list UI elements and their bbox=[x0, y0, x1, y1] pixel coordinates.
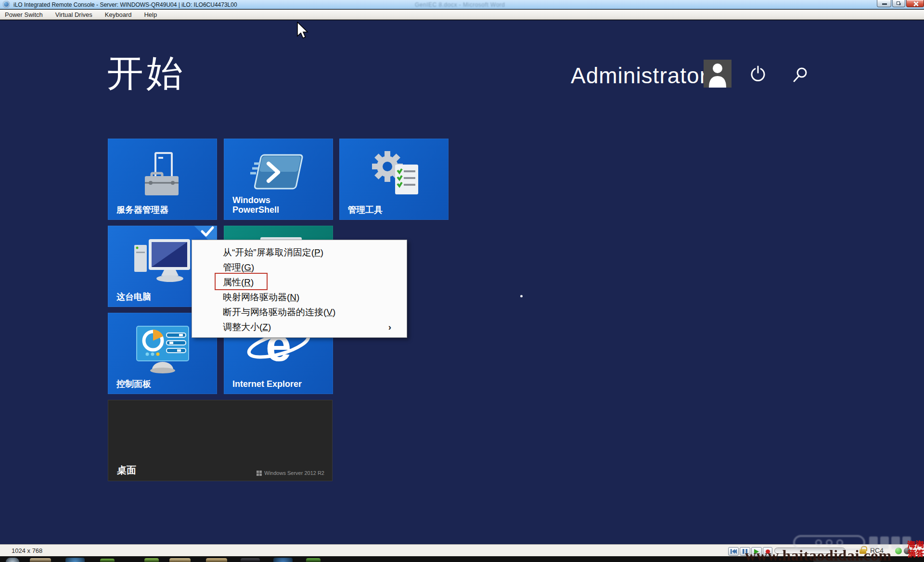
close-button[interactable] bbox=[906, 0, 924, 7]
restore-button[interactable] bbox=[892, 0, 905, 7]
control-panel-icon bbox=[131, 323, 194, 377]
cursor-artifact-dot bbox=[520, 295, 523, 297]
power-button[interactable] bbox=[750, 65, 766, 82]
tile-label: 桌面 bbox=[117, 465, 136, 476]
tile-label: Windows PowerShell bbox=[232, 195, 309, 215]
menu-keyboard[interactable]: Keyboard bbox=[105, 11, 132, 18]
menu-item-resize[interactable]: 调整大小(Z) › bbox=[192, 319, 407, 334]
taskbar-icon-sliver bbox=[169, 558, 191, 562]
tile-windows-powershell[interactable]: Windows PowerShell bbox=[224, 139, 333, 220]
this-pc-icon bbox=[130, 238, 195, 284]
admin-tools-icon bbox=[365, 150, 423, 198]
menu-item-disconnect-network-drive[interactable]: 断开与网络驱动器的连接(V) bbox=[192, 305, 407, 319]
menu-item-unpin-from-start[interactable]: 从“开始”屏幕取消固定(P) bbox=[192, 245, 407, 260]
os-watermark: Windows Server 2012 R2 bbox=[257, 470, 324, 476]
remote-console-window: iLO Integrated Remote Console - Server: … bbox=[0, 0, 924, 562]
menu-virtual-drives[interactable]: Virtual Drives bbox=[55, 11, 92, 18]
taskbar-icon-sliver bbox=[65, 558, 85, 562]
tile-context-menu: 从“开始”屏幕取消固定(P) 管理(G) 属性(R) 映射网络驱动器(N) 断开… bbox=[192, 240, 407, 338]
tile-desktop[interactable]: 桌面 Windows Server 2012 R2 bbox=[108, 400, 333, 481]
menu-help[interactable]: Help bbox=[144, 11, 157, 18]
minimize-button[interactable] bbox=[877, 0, 891, 7]
powershell-icon bbox=[247, 153, 310, 192]
taskbar-icon-sliver bbox=[100, 559, 115, 562]
skip-start-icon bbox=[731, 549, 737, 554]
minimize-icon bbox=[882, 3, 887, 5]
taskbar-icon-sliver bbox=[144, 558, 159, 562]
menu-power-switch[interactable]: Power Switch bbox=[5, 11, 43, 18]
close-icon bbox=[913, 1, 918, 6]
start-orb-sliver bbox=[6, 558, 19, 562]
hp-ilo-app-icon bbox=[3, 1, 10, 8]
start-screen-title: 开始 bbox=[107, 49, 186, 99]
taskbar-icon-sliver bbox=[306, 558, 321, 562]
tile-label: 服务器管理器 bbox=[116, 205, 168, 215]
restore-icon bbox=[897, 1, 900, 5]
background-window-title: GenIEC 8.docx - Microsoft Word bbox=[415, 1, 505, 8]
tile-label: 管理工具 bbox=[348, 205, 383, 215]
title-bar[interactable]: iLO Integrated Remote Console - Server: … bbox=[0, 0, 924, 9]
red-seal-watermark: 海淘 滴答 bbox=[907, 539, 924, 558]
resolution-label: 1024 x 768 bbox=[12, 547, 42, 554]
search-button[interactable] bbox=[792, 66, 808, 83]
power-icon bbox=[750, 65, 766, 82]
server-manager-icon bbox=[136, 152, 189, 198]
window-title: iLO Integrated Remote Console - Server: … bbox=[13, 1, 237, 8]
tile-label: 控制面板 bbox=[116, 379, 151, 389]
checkmark-icon bbox=[200, 226, 215, 238]
person-icon bbox=[704, 60, 732, 88]
taskbar-icon-sliver bbox=[273, 558, 293, 562]
tile-label: 这台电脑 bbox=[116, 292, 151, 302]
annotation-highlight-box bbox=[215, 273, 268, 290]
tile-server-manager[interactable]: 服务器管理器 bbox=[108, 139, 217, 220]
search-icon bbox=[792, 66, 808, 83]
taskbar-icon-sliver bbox=[241, 558, 260, 562]
windows-flag-icon bbox=[257, 471, 262, 476]
menu-item-map-network-drive[interactable]: 映射网络驱动器(N) bbox=[192, 290, 407, 305]
remote-screen-viewport: 开始 Administrator bbox=[0, 20, 924, 544]
taskbar-icon-sliver bbox=[206, 558, 227, 562]
taskbar-icon-sliver bbox=[30, 558, 51, 562]
site-watermark-url: www.haitaodidai.com bbox=[745, 547, 892, 562]
submenu-arrow-icon: › bbox=[388, 319, 391, 334]
user-avatar[interactable] bbox=[704, 60, 732, 88]
user-name[interactable]: Administrator bbox=[571, 63, 707, 89]
tile-label: Internet Explorer bbox=[232, 379, 302, 389]
window-controls bbox=[876, 0, 924, 8]
menu-bar: Power Switch Virtual Drives Keyboard Hel… bbox=[0, 10, 924, 20]
mouse-cursor bbox=[296, 22, 309, 40]
skip-to-start-button[interactable] bbox=[728, 547, 739, 556]
tile-admin-tools[interactable]: 管理工具 bbox=[339, 139, 449, 220]
